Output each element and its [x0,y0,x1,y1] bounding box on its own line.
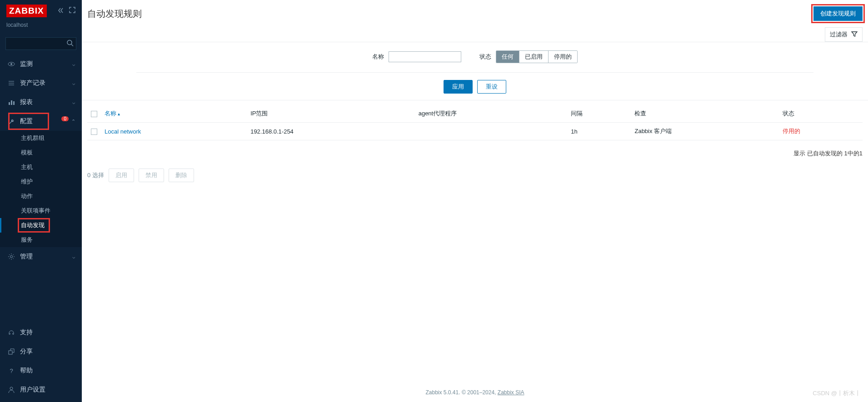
logo[interactable]: ZABBIX [6,5,47,17]
svg-rect-11 [9,351,12,354]
table-summary: 显示 已自动发现的 1中的1 [82,145,868,162]
headset-icon [6,329,16,336]
nav-label: 帮助 [20,367,75,375]
chevron-down-icon: ⌵ [72,254,75,260]
row-status[interactable]: 停用的 [783,128,800,134]
hostname: localhost [6,22,75,28]
watermark: CSDN @丨析木丨 [813,389,861,397]
svg-rect-8 [11,100,12,105]
sub-correlation[interactable]: 关联项事件 [0,203,82,218]
selected-count: 0 选择 [87,171,104,179]
col-name[interactable]: 名称 [105,110,120,117]
sub-services[interactable]: 服务 [0,233,82,247]
bulk-delete[interactable]: 删除 [169,169,194,182]
select-all-checkbox[interactable] [91,111,97,117]
nav-label: 资产记录 [20,79,72,87]
sub-templates[interactable]: 模板 [0,145,82,160]
nav-label: 分享 [20,347,75,356]
chevron-up-icon: ⌃ [71,119,75,124]
nav-label: 配置 [20,117,62,125]
list-icon [6,79,16,87]
filter-name-input[interactable] [389,51,461,62]
row-name[interactable]: Local network [105,128,141,135]
sub-maintenance[interactable]: 维护 [0,174,82,189]
help-icon: ? [6,367,16,374]
col-interval: 间隔 [567,105,631,123]
nav-help[interactable]: ? 帮助 [0,361,82,380]
filter-icon [851,31,858,39]
sub-label: 主机 [21,163,33,171]
chart-icon [6,99,16,106]
chevron-down-icon: ⌵ [72,99,75,105]
sub-hosts[interactable]: 主机 [0,160,82,174]
page-title: 自动发现规则 [87,8,813,20]
config-badge: 0 [61,116,69,121]
share-icon [6,348,16,355]
wrench-icon [6,118,16,125]
apply-button[interactable]: 应用 [444,80,473,94]
col-proxy: agent代理程序 [415,105,568,123]
bulk-enable[interactable]: 启用 [109,169,134,182]
user-icon [6,386,16,393]
col-status: 状态 [779,105,863,123]
sub-label: 服务 [21,236,33,244]
sub-label: 模板 [21,149,33,157]
nav-config[interactable]: 配置 0 ⌃ [0,112,82,131]
nav-reports[interactable]: 报表 ⌵ [0,93,82,112]
nav-label: 用户设置 [20,386,75,394]
col-iprange: IP范围 [247,105,415,123]
reset-button[interactable]: 重设 [477,80,506,94]
fullscreen-icon[interactable] [69,7,75,15]
row-proxy [415,123,568,140]
create-rule-button[interactable]: 创建发现规则 [813,6,863,21]
sub-label: 自动发现 [21,221,45,229]
svg-line-1 [71,45,73,46]
status-enabled[interactable]: 已启用 [519,51,549,63]
row-iprange: 192.168.0.1-254 [247,123,415,140]
table-row: Local network 192.168.0.1-254 1h Zabbix … [87,123,863,140]
status-disabled[interactable]: 停用的 [549,51,577,63]
svg-point-0 [67,40,72,45]
status-any[interactable]: 任何 [496,51,519,63]
footer-copy: Zabbix 5.0.41. © 2001–2024, [426,389,498,396]
svg-rect-7 [9,102,10,105]
name-label: 名称 [372,53,384,61]
nav-inventory[interactable]: 资产记录 ⌵ [0,74,82,93]
nav-usersettings[interactable]: 用户设置 [0,380,82,399]
svg-point-10 [10,256,13,258]
sub-discovery[interactable]: 自动发现 [0,218,82,233]
gear-icon [6,253,16,260]
filter-form: 名称 状态 任何 已启用 停用的 应用 重设 [82,42,868,100]
search-icon[interactable] [66,40,74,48]
sub-label: 动作 [21,192,33,200]
filter-label: 过滤器 [830,30,848,39]
rules-table: 名称 IP范围 agent代理程序 间隔 检查 状态 Local network… [87,105,863,140]
row-checks: Zabbix 客户端 [631,123,779,140]
sub-label: 主机群组 [21,134,45,142]
eye-icon [6,60,16,68]
chevron-down-icon: ⌵ [72,80,75,86]
sidebar: ZABBIX localhost 监测 [0,0,82,402]
chevron-down-icon: ⌵ [72,61,75,67]
nav-monitor[interactable]: 监测 ⌵ [0,55,82,74]
bulk-disable[interactable]: 禁用 [139,169,164,182]
nav-label: 支持 [20,328,75,337]
search-input[interactable] [5,37,76,50]
sub-label: 维护 [21,178,33,186]
nav-share[interactable]: 分享 [0,342,82,361]
sub-hostgroups[interactable]: 主机群组 [0,131,82,145]
nav-admin[interactable]: 管理 ⌵ [0,247,82,266]
status-label: 状态 [479,53,491,61]
svg-point-12 [10,387,13,390]
footer-link[interactable]: Zabbix SIA [498,389,524,396]
nav-support[interactable]: 支持 [0,323,82,342]
collapse-icon[interactable] [57,7,65,15]
main-content: 自动发现规则 创建发现规则 过滤器 名称 状态 任何 已启用 [82,0,868,402]
row-checkbox[interactable] [91,129,97,135]
row-interval: 1h [567,123,631,140]
svg-point-3 [10,63,12,65]
filter-toggle[interactable]: 过滤器 [825,27,863,42]
sub-actions[interactable]: 动作 [0,189,82,203]
sub-label: 关联项事件 [21,207,50,215]
col-checks: 检查 [631,105,779,123]
